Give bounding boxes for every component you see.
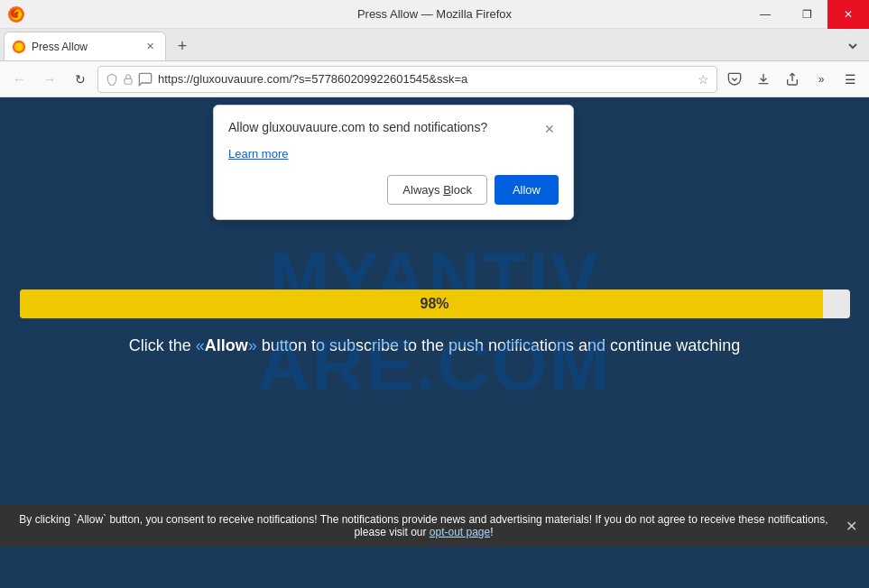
titlebar-left (7, 5, 25, 23)
subscribe-allow-word: Allow (205, 336, 248, 354)
tab-close-button[interactable]: ✕ (142, 39, 158, 55)
toolbar: ← → ↻ https://gluxouvauure.com/?s=577860… (0, 61, 869, 97)
forward-button[interactable]: → (36, 66, 63, 93)
tab-dropdown-button[interactable] (840, 33, 865, 59)
close-icon: ✕ (844, 8, 853, 21)
bottom-text-content: By clicking `Allow` button, you consent … (19, 513, 827, 538)
security-icons (106, 72, 153, 87)
content-area: MYANTIV ARE.COM 98% Click the «Allow» bu… (0, 97, 869, 547)
minimize-icon: — (760, 8, 771, 21)
progress-bar-container: 98% (20, 289, 850, 318)
tab-label: Press Allow (32, 41, 136, 53)
address-bar[interactable]: https://gluxouvauure.com/?s=577860209922… (97, 66, 717, 93)
bottom-close-button[interactable]: ✕ (840, 515, 862, 537)
learn-more-link[interactable]: Learn more (228, 147, 559, 161)
forward-icon: → (43, 72, 56, 87)
bottom-text-end: ! (490, 526, 493, 538)
download-button[interactable] (750, 66, 777, 93)
minimize-button[interactable]: — (744, 0, 786, 29)
always-block-button[interactable]: Always Block (387, 175, 487, 205)
popup-close-button[interactable]: ✕ (541, 120, 559, 138)
popup-buttons: Always Block Allow (228, 175, 559, 205)
more-tools-button[interactable]: » (808, 66, 835, 93)
subscribe-text: Click the «Allow» button to subscribe to… (129, 336, 740, 355)
tabbar: Press Allow ✕ + (0, 29, 869, 61)
titlebar-buttons: — ❐ ✕ (744, 0, 869, 29)
tab-favicon-icon (12, 40, 26, 54)
progress-percent: 98% (420, 296, 448, 312)
share-icon (785, 72, 800, 87)
chevron-right-icon: » (818, 73, 825, 86)
restore-icon: ❐ (802, 8, 812, 21)
subscribe-text-after: button to subscribe to the push notifica… (257, 336, 740, 354)
watermark-line2: ARE.COM (258, 322, 612, 409)
restore-button[interactable]: ❐ (786, 0, 827, 29)
hamburger-icon: ☰ (845, 72, 856, 87)
url-text: https://gluxouvauure.com/?s=577860209922… (158, 72, 692, 86)
svg-rect-4 (125, 78, 132, 84)
toolbar-right-buttons: » ☰ (721, 66, 864, 93)
chevron-down-icon (847, 41, 858, 51)
progress-right-notch (823, 289, 850, 318)
subscribe-guillemet-close: » (248, 336, 257, 354)
bottom-text: By clicking `Allow` button, you consent … (14, 513, 833, 538)
opt-out-link[interactable]: opt-out page (430, 526, 490, 538)
share-button[interactable] (779, 66, 806, 93)
notification-icon (138, 72, 153, 87)
titlebar: Press Allow — Mozilla Firefox — ❐ ✕ (0, 0, 869, 29)
subscribe-guillemet-open: « (196, 336, 205, 354)
reload-icon: ↻ (75, 72, 86, 87)
notification-popup: Allow gluxouvauure.com to send notificat… (213, 105, 574, 220)
close-button[interactable]: ✕ (827, 0, 869, 29)
firefox-logo-icon (7, 5, 25, 23)
new-tab-button[interactable]: + (170, 33, 195, 59)
subscribe-text-before: Click the (129, 336, 196, 354)
back-icon: ← (13, 72, 25, 87)
window-title: Press Allow — Mozilla Firefox (357, 7, 512, 21)
download-icon (756, 72, 771, 87)
popup-header: Allow gluxouvauure.com to send notificat… (228, 120, 559, 138)
shield-icon (106, 73, 118, 86)
pocket-button[interactable] (721, 66, 748, 93)
always-block-label: Always Block (402, 183, 472, 197)
reload-button[interactable]: ↻ (67, 66, 94, 93)
allow-button[interactable]: Allow (495, 175, 559, 205)
pocket-icon (727, 72, 742, 87)
bookmark-star-icon[interactable]: ☆ (698, 72, 709, 87)
bottom-notification-bar: By clicking `Allow` button, you consent … (0, 505, 869, 547)
lock-icon (122, 73, 134, 86)
svg-point-3 (14, 42, 23, 51)
active-tab[interactable]: Press Allow ✕ (4, 32, 166, 60)
watermark: MYANTIV ARE.COM (258, 235, 612, 409)
popup-title: Allow gluxouvauure.com to send notificat… (228, 120, 533, 134)
menu-button[interactable]: ☰ (837, 66, 864, 93)
back-button[interactable]: ← (5, 66, 32, 93)
